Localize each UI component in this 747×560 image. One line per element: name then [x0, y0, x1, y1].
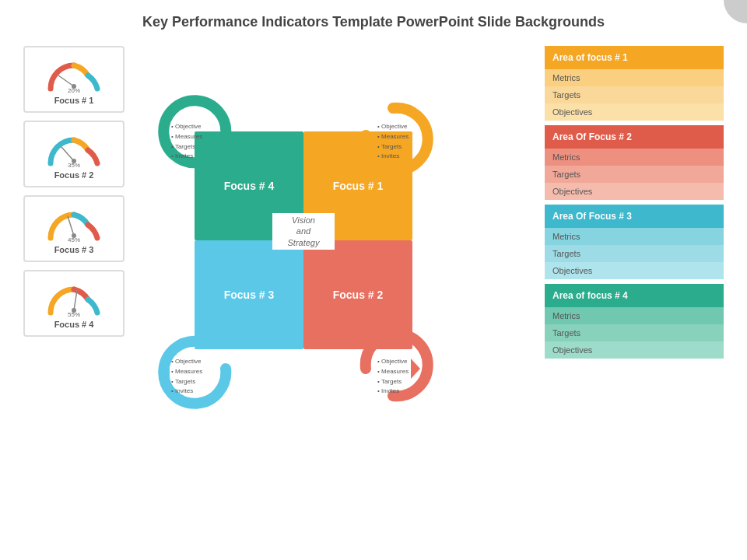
gauge-2-svg: 35% [43, 128, 105, 167]
focus-section-2: Area Of Focus # 2 Metrics Targets Object… [545, 125, 724, 200]
gauge-card-4: 55% Focus # 4 [23, 270, 124, 337]
puzzle-container: Focus # 4 Focus # 1 Focus # 3 Focus # 2 … [179, 69, 459, 427]
gauge-2-label: Focus # 2 [54, 170, 94, 180]
quadrant-focus3: Focus # 3 [195, 240, 303, 349]
focus-4-objectives: Objectives [545, 341, 724, 359]
gauge-card-1: 20% Focus # 1 [23, 46, 124, 113]
right-panel: Area of focus # 1 Metrics Targets Object… [545, 46, 724, 481]
svg-line-3 [61, 147, 74, 161]
gauge-1-svg: 20% [43, 54, 105, 93]
circle-text-tl: • Objective • Measures • Targets • Invit… [171, 122, 202, 162]
focus-section-4: Area of focus # 4 Metrics Targets Object… [545, 284, 724, 359]
svg-text:55%: 55% [68, 311, 80, 317]
gauge-4-label: Focus # 4 [54, 320, 94, 329]
svg-text:45%: 45% [68, 236, 80, 242]
gauge-3-svg: 45% [43, 203, 105, 242]
focus-3-targets: Targets [545, 245, 724, 262]
focus-1-metrics: Metrics [545, 69, 724, 86]
gauge-card-2: 35% Focus # 2 [23, 121, 124, 187]
gauge-1-label: Focus # 1 [54, 96, 94, 105]
center-vision-label: Vision and Strategy [272, 213, 335, 250]
svg-line-6 [68, 216, 74, 236]
svg-line-9 [74, 290, 77, 310]
svg-line-0 [58, 75, 74, 86]
focus-2-targets: Targets [545, 166, 724, 183]
gauges-column: 20% Focus # 1 35% Focus # 2 [23, 46, 124, 481]
svg-text:20%: 20% [68, 87, 80, 93]
focus-1-header: Area of focus # 1 [545, 46, 724, 69]
focus-1-objectives: Objectives [545, 103, 724, 121]
circle-text-br: • Objective • Measures • Targets • Invit… [377, 357, 409, 397]
focus-4-targets: Targets [545, 324, 724, 341]
focus-3-header: Area Of Focus # 3 [545, 205, 724, 228]
focus-3-objectives: Objectives [545, 262, 724, 279]
focus-section-3: Area Of Focus # 3 Metrics Targets Object… [545, 205, 724, 279]
focus-1-targets: Targets [545, 86, 724, 103]
focus-2-header: Area Of Focus # 2 [545, 125, 724, 149]
svg-text:35%: 35% [68, 162, 80, 167]
focus-section-1: Area of focus # 1 Metrics Targets Object… [545, 46, 724, 121]
gauge-3-label: Focus # 3 [54, 245, 94, 254]
focus-4-header: Area of focus # 4 [545, 284, 724, 307]
focus-2-metrics: Metrics [545, 149, 724, 166]
gauge-4-svg: 55% [43, 278, 105, 317]
focus-2-objectives: Objectives [545, 183, 724, 200]
quadrant-focus2: Focus # 2 [303, 240, 412, 349]
svg-marker-15 [411, 359, 420, 379]
circle-text-bl: • Objective • Measures • Targets • Invit… [171, 357, 202, 397]
center-diagram: Focus # 4 Focus # 1 Focus # 3 Focus # 2 … [140, 46, 529, 481]
page-title: Key Performance Indicators Template Powe… [0, 0, 747, 38]
focus-3-metrics: Metrics [545, 228, 724, 245]
circle-text-tr: • Objective • Measures • Targets • Invit… [377, 122, 409, 162]
focus-4-metrics: Metrics [545, 307, 724, 324]
gauge-card-3: 45% Focus # 3 [23, 195, 124, 262]
